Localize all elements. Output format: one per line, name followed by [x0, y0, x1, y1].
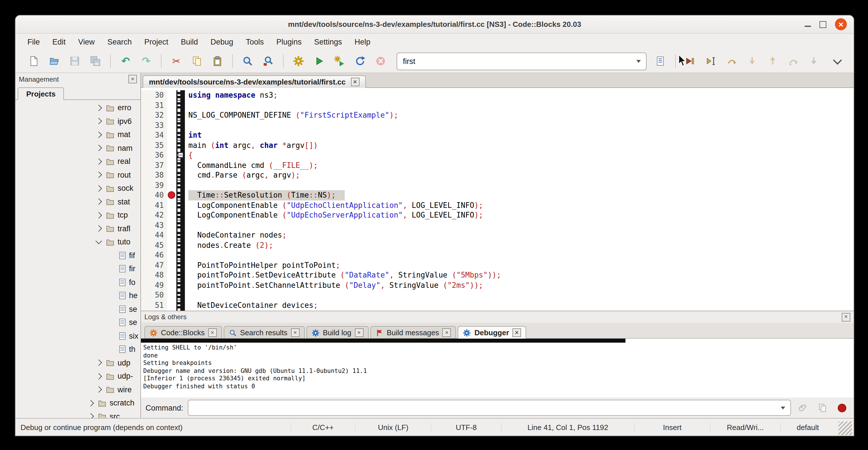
code-line-51[interactable]: 51 NetDeviceContainer devices; [141, 300, 854, 310]
tree-item-tuto[interactable]: tuto [16, 235, 141, 249]
new-file-button[interactable] [25, 53, 42, 70]
tree-item-udp[interactable]: udp [16, 356, 141, 369]
tree-item-fo[interactable]: fo [16, 275, 141, 289]
code-line-39[interactable]: 39 [141, 180, 854, 190]
panel-close-icon[interactable] [128, 75, 137, 83]
menu-edit[interactable]: Edit [46, 35, 72, 48]
menu-view[interactable]: View [72, 35, 101, 48]
tab-close-icon[interactable] [442, 328, 451, 337]
code-line-34[interactable]: 34int [141, 130, 854, 140]
breakpoint-margin[interactable] [167, 120, 176, 130]
logs-tab-debugger[interactable]: Debugger [458, 326, 526, 339]
copy-log-button[interactable] [815, 400, 830, 415]
code-line-44[interactable]: 44 NodeContainer nodes; [141, 230, 854, 240]
menu-help[interactable]: Help [348, 35, 377, 48]
code-line-36[interactable]: 36{ [141, 150, 854, 160]
breakpoint-margin[interactable] [167, 270, 176, 280]
tree-item-tcp[interactable]: tcp [16, 208, 141, 222]
tree-item-ipv6[interactable]: ipv6 [16, 115, 141, 128]
code-line-38[interactable]: 38 cmd.Parse (argc, argv); [141, 170, 854, 180]
tree-item-udp[interactable]: udp- [16, 369, 141, 383]
find-button[interactable] [239, 53, 256, 70]
breakpoint-margin[interactable] [167, 180, 176, 190]
tab-close-icon[interactable] [513, 328, 521, 337]
tree-item-se[interactable]: se [16, 316, 141, 329]
chevron-right-icon[interactable] [96, 373, 102, 380]
resize-grip[interactable] [838, 421, 852, 435]
breakpoint-margin[interactable] [167, 170, 176, 180]
editor-tab-first-cc[interactable]: mnt/dev/tools/source/ns-3-dev/examples/t… [143, 76, 366, 88]
breakpoint-margin[interactable] [167, 100, 176, 110]
code-line-45[interactable]: 45 nodes.Create (2); [141, 240, 854, 250]
breakpoint-margin[interactable] [167, 190, 176, 200]
chevron-right-icon[interactable] [96, 225, 102, 232]
logs-tab-search-results[interactable]: Search results [223, 326, 305, 339]
breakpoint-margin[interactable] [167, 160, 176, 170]
chevron-right-icon[interactable] [96, 158, 102, 165]
titlebar[interactable]: mnt/dev/tools/source/ns-3-dev/examples/t… [16, 16, 854, 34]
build-and-run-button[interactable] [331, 53, 348, 70]
script-options-button[interactable] [652, 53, 669, 70]
code-line-47[interactable]: 47 PointToPointHelper pointToPoint; [141, 260, 854, 270]
code-line-50[interactable]: 50 [141, 290, 854, 300]
tree-item-wire[interactable]: wire [16, 383, 141, 396]
code-line-35[interactable]: 35main (int argc, char *argv[]) [141, 140, 854, 150]
chevron-right-icon[interactable] [96, 199, 102, 205]
tree-item-se[interactable]: se [16, 302, 141, 316]
breakpoint-margin[interactable] [167, 220, 176, 230]
run-to-cursor-button[interactable] [703, 53, 720, 70]
logs-tab-build-messages[interactable]: Build messages [370, 326, 456, 339]
tree-item-trafl[interactable]: trafl [16, 222, 141, 235]
breakpoint-margin[interactable] [167, 150, 176, 160]
breakpoint-margin[interactable] [167, 260, 176, 270]
code-line-40[interactable]: 40 Time::SetResolution (Time::NS); [141, 190, 854, 200]
menu-plugins[interactable]: Plugins [270, 35, 308, 48]
breakpoint-margin[interactable] [167, 140, 176, 150]
code-line-37[interactable]: 37 CommandLine cmd (__FILE__); [141, 160, 854, 170]
tab-close-icon[interactable] [208, 328, 217, 337]
menu-build[interactable]: Build [175, 35, 204, 48]
save-all-button[interactable] [87, 53, 104, 70]
chevron-down-icon[interactable] [631, 53, 646, 69]
breakpoint-margin[interactable] [167, 280, 176, 290]
tree-item-fir[interactable]: fir [16, 262, 141, 275]
breakpoint-margin[interactable] [167, 240, 176, 250]
tab-close-icon[interactable] [351, 78, 359, 86]
undo-button[interactable] [117, 53, 134, 70]
code-line-43[interactable]: 43 [141, 220, 854, 230]
code-line-46[interactable]: 46 [141, 250, 854, 260]
breakpoint-margin[interactable] [167, 110, 176, 120]
tab-close-icon[interactable] [291, 328, 299, 337]
chevron-right-icon[interactable] [88, 400, 94, 406]
logs-tab-code-blocks[interactable]: Code::Blocks [144, 326, 222, 339]
tree-item-real[interactable]: real [16, 155, 141, 168]
chevron-right-icon[interactable] [96, 359, 102, 366]
cut-button[interactable] [168, 53, 185, 70]
save-button[interactable] [66, 53, 83, 70]
toolbar-overflow-button[interactable] [829, 53, 846, 70]
code-line-41[interactable]: 41 LogComponentEnable ("UdpEchoClientApp… [141, 200, 854, 210]
chevron-right-icon[interactable] [96, 104, 102, 111]
copy-button[interactable] [188, 53, 206, 70]
redo-button[interactable] [137, 53, 155, 70]
breakpoint-margin[interactable] [167, 310, 176, 311]
command-input[interactable] [188, 400, 776, 415]
menu-file[interactable]: File [21, 35, 46, 48]
breakpoint-margin[interactable] [167, 250, 176, 260]
command-combobox[interactable] [188, 400, 791, 416]
paste-button[interactable] [209, 53, 226, 70]
tree-item-erro[interactable]: erro [16, 101, 141, 115]
maximize-button[interactable] [819, 21, 826, 28]
tree-item-scratch[interactable]: scratch [16, 396, 141, 410]
tree-item-sock[interactable]: sock [16, 182, 141, 195]
replace-button[interactable] [260, 53, 277, 70]
breakpoint-margin[interactable] [167, 210, 176, 220]
tree-item-nam[interactable]: nam [16, 141, 141, 155]
code-line-30[interactable]: 30using namespace ns3; [141, 90, 854, 100]
menu-tools[interactable]: Tools [239, 35, 270, 48]
chevron-right-icon[interactable] [96, 118, 102, 124]
breakpoint-margin[interactable] [167, 300, 176, 310]
step-into-instruction-button[interactable] [805, 53, 823, 70]
chevron-right-icon[interactable] [96, 386, 102, 393]
code-line-31[interactable]: 31 [141, 100, 854, 110]
